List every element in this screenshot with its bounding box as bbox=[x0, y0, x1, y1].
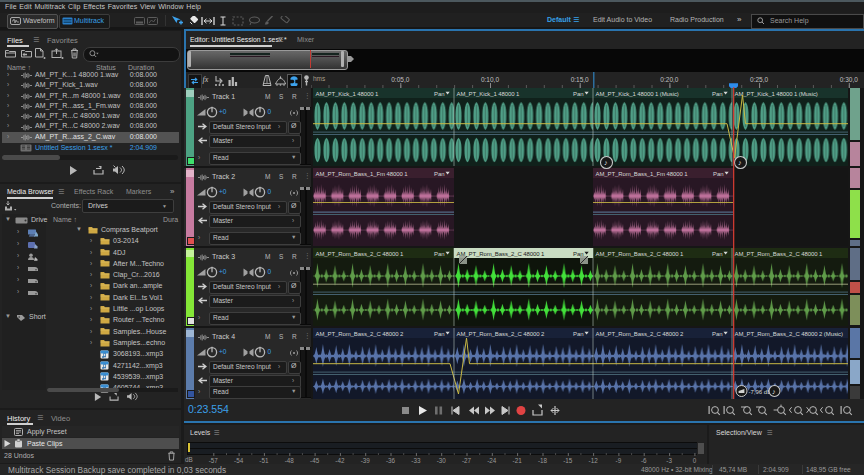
svg-text:-33: -33 bbox=[411, 457, 421, 464]
svg-text:Pan: Pan bbox=[434, 251, 445, 257]
svg-text:-6: -6 bbox=[641, 457, 647, 464]
svg-text:-51: -51 bbox=[259, 457, 269, 464]
svg-text:AM_PT_Rom_Bass_2_C 48000 1: AM_PT_Rom_Bass_2_C 48000 1 bbox=[735, 251, 824, 257]
svg-text:-21: -21 bbox=[513, 457, 523, 464]
svg-text:-39: -39 bbox=[361, 457, 371, 464]
svg-text:Pan: Pan bbox=[573, 331, 584, 337]
svg-text:-9: -9 bbox=[616, 457, 622, 464]
svg-text:dB: dB bbox=[185, 456, 193, 463]
svg-text:0:05,0: 0:05,0 bbox=[391, 76, 409, 83]
svg-text:AM_PT_Kick_1 48000 1: AM_PT_Kick_1 48000 1 bbox=[457, 91, 520, 97]
svg-text:Pan: Pan bbox=[434, 91, 445, 97]
svg-text:AM_PT_Rom_Bass_2_C 48000 1: AM_PT_Rom_Bass_2_C 48000 1 bbox=[316, 251, 405, 257]
svg-text:-3: -3 bbox=[666, 457, 672, 464]
svg-text:AM_PT_Rom_Bass_2_C 48000 2 (Mu: AM_PT_Rom_Bass_2_C 48000 2 (Music) bbox=[735, 331, 843, 337]
svg-text:0:15,0: 0:15,0 bbox=[571, 76, 589, 83]
svg-text:Pan: Pan bbox=[573, 251, 584, 257]
svg-text:-54: -54 bbox=[234, 457, 244, 464]
svg-text:AM_PT_Rom_Bass_2_C 48000 2: AM_PT_Rom_Bass_2_C 48000 2 bbox=[316, 331, 405, 337]
svg-text:-7,96 dB: -7,96 dB bbox=[749, 389, 772, 395]
svg-text:AM_PT_Kick_1 48000 1: AM_PT_Kick_1 48000 1 bbox=[316, 91, 379, 97]
svg-text:-30: -30 bbox=[437, 457, 447, 464]
svg-text:-18: -18 bbox=[538, 457, 548, 464]
svg-text:0:10,0: 0:10,0 bbox=[481, 76, 499, 83]
svg-text:AM_PT_Kick_1 48000 1 (Music): AM_PT_Kick_1 48000 1 (Music) bbox=[735, 91, 818, 97]
svg-text:Pan: Pan bbox=[434, 331, 445, 337]
svg-text:-48: -48 bbox=[285, 457, 295, 464]
svg-text:-12: -12 bbox=[589, 457, 599, 464]
svg-text:Pan: Pan bbox=[712, 331, 723, 337]
svg-text:Pan: Pan bbox=[573, 91, 584, 97]
svg-text:AM_PT_Rom_Bass_2_C 48000 1: AM_PT_Rom_Bass_2_C 48000 1 bbox=[596, 251, 685, 257]
svg-text:Pan: Pan bbox=[712, 91, 723, 97]
svg-text:-45: -45 bbox=[310, 457, 320, 464]
svg-text:-57: -57 bbox=[209, 457, 219, 464]
svg-text:-42: -42 bbox=[335, 457, 345, 464]
svg-text:Pan: Pan bbox=[434, 171, 445, 177]
svg-text:♪: ♪ bbox=[604, 159, 608, 166]
svg-text:AM_PT_Rom_Bass_2_C 48000 2: AM_PT_Rom_Bass_2_C 48000 2 bbox=[457, 331, 546, 337]
svg-text:AM_PT_Rom_Bass_2_C 48000 2: AM_PT_Rom_Bass_2_C 48000 2 bbox=[596, 331, 685, 337]
svg-text:AM_PT_Rom_Bass_2_C 48000 1: AM_PT_Rom_Bass_2_C 48000 1 bbox=[457, 251, 546, 257]
svg-text:Pan: Pan bbox=[713, 171, 724, 177]
svg-text:Pan: Pan bbox=[712, 251, 723, 257]
svg-text:AM_PT_Kick_1 48000 1 (Music): AM_PT_Kick_1 48000 1 (Music) bbox=[596, 91, 679, 97]
svg-text:-15: -15 bbox=[563, 457, 573, 464]
svg-text:AM_PT_Rom_Bass_1_Fm 48000 1: AM_PT_Rom_Bass_1_Fm 48000 1 bbox=[596, 171, 689, 177]
svg-text:♪: ♪ bbox=[772, 388, 776, 395]
svg-text:0:25,0: 0:25,0 bbox=[750, 76, 768, 83]
svg-text:-36: -36 bbox=[386, 457, 396, 464]
svg-text:0: 0 bbox=[693, 457, 697, 464]
svg-text:0:30,0: 0:30,0 bbox=[840, 76, 858, 83]
svg-text:0:20,0: 0:20,0 bbox=[660, 76, 678, 83]
svg-text:-27: -27 bbox=[462, 457, 472, 464]
svg-text:-24: -24 bbox=[487, 457, 497, 464]
svg-text:♪: ♪ bbox=[738, 159, 742, 166]
svg-text:AM_PT_Rom_Bass_1_Fm 48000 1: AM_PT_Rom_Bass_1_Fm 48000 1 bbox=[316, 171, 409, 177]
